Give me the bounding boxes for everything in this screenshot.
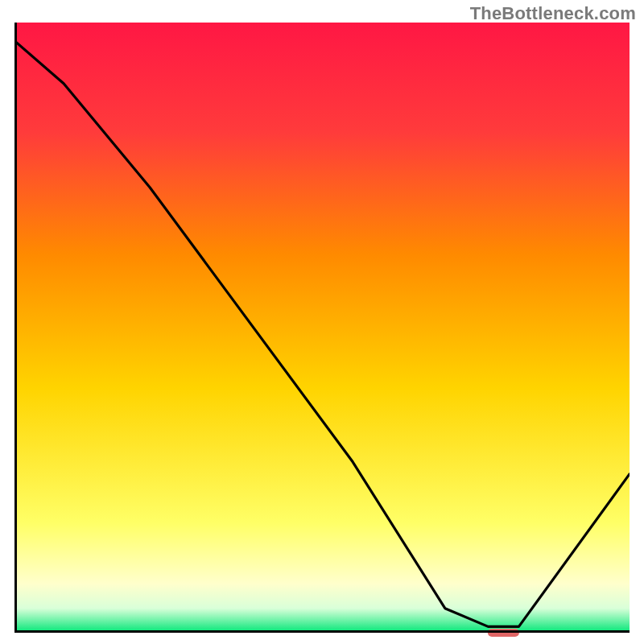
plot-area	[14, 23, 630, 633]
chart-root: TheBottleneck.com	[0, 0, 644, 644]
optimal-range-marker	[488, 629, 518, 637]
watermark-text: TheBottleneck.com	[470, 3, 636, 24]
bottleneck-curve	[14, 23, 630, 633]
